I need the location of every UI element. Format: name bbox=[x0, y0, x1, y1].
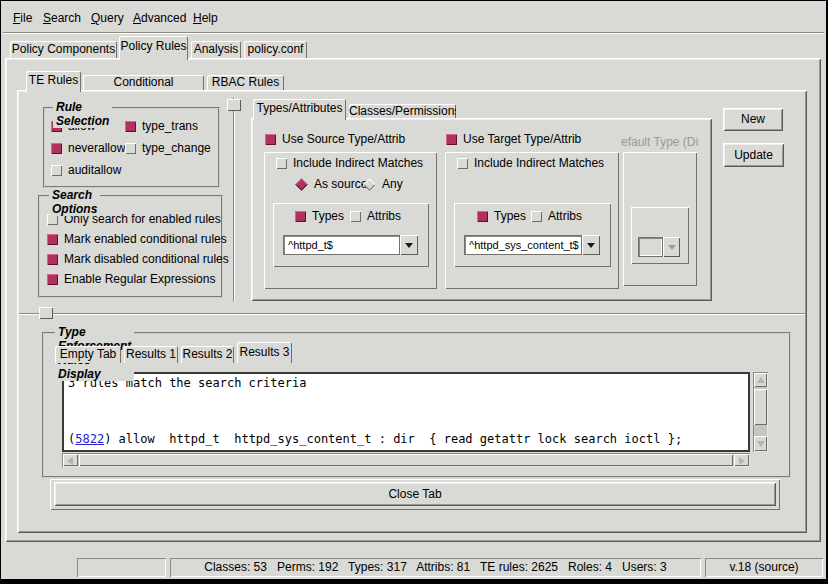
tab-policy-conf[interactable]: policy.conf bbox=[244, 41, 307, 58]
default-type-combobox bbox=[638, 237, 680, 257]
tab-conditional-expressions[interactable]: Conditional Expressions bbox=[83, 75, 204, 90]
source-indirect-label: Include Indirect Matches bbox=[293, 156, 423, 170]
checkbox-source-types[interactable] bbox=[295, 211, 306, 222]
update-button[interactable]: Update bbox=[723, 143, 784, 167]
source-type-combobox[interactable]: ^httpd_t$ bbox=[283, 235, 418, 255]
use-target-label: Use Target Type/Attrib bbox=[463, 132, 581, 146]
status-stats: Classes: 53 Perms: 192 Types: 317 Attrib… bbox=[170, 558, 701, 577]
search-options-title: Search Options bbox=[49, 188, 100, 216]
tab-empty-tab[interactable]: Empty Tab bbox=[55, 346, 121, 363]
checkbox-auditallow[interactable] bbox=[51, 165, 62, 176]
checkbox-type-change-label: type_change bbox=[142, 141, 211, 155]
horizontal-sash[interactable] bbox=[19, 313, 805, 315]
scroll-up-button[interactable] bbox=[754, 373, 767, 387]
close-tab-button[interactable]: Close Tab bbox=[54, 482, 776, 506]
source-types-label: Types bbox=[312, 209, 344, 223]
tab-rbac-rules[interactable]: RBAC Rules bbox=[207, 75, 284, 90]
checkbox-target-types[interactable] bbox=[477, 211, 488, 222]
radio-any-label: Any bbox=[382, 177, 403, 191]
checkbox-target-attribs[interactable] bbox=[531, 211, 542, 222]
app-window: File Search Query Advanced Help Policy C… bbox=[0, 0, 828, 584]
checkbox-neverallow[interactable] bbox=[51, 143, 62, 154]
source-attribs-label: Attribs bbox=[367, 209, 401, 223]
checkbox-type-trans[interactable] bbox=[125, 121, 136, 132]
rule-id-link[interactable]: 5822 bbox=[75, 432, 104, 446]
chevron-down-icon bbox=[587, 243, 595, 248]
target-attribs-label: Attribs bbox=[548, 209, 582, 223]
rule-line: (5822) allow httpd_t httpd_sys_content_t… bbox=[68, 432, 682, 446]
checkbox-mark-enabled-label: Mark enabled conditional rules bbox=[64, 232, 227, 246]
source-combo-dropdown-button[interactable] bbox=[400, 235, 418, 255]
default-type-value bbox=[638, 237, 663, 257]
new-button[interactable]: New bbox=[723, 108, 783, 131]
checkbox-mark-enabled[interactable] bbox=[47, 234, 58, 245]
arrow-left-icon bbox=[67, 457, 73, 465]
vertical-scrollbar-thumb[interactable] bbox=[754, 389, 767, 425]
checkbox-use-source[interactable] bbox=[265, 134, 276, 145]
checkbox-neverallow-label: neverallow bbox=[68, 141, 125, 155]
menu-query[interactable]: Query bbox=[91, 11, 124, 25]
target-type-combobox[interactable]: ^httpd_sys_content_t$ bbox=[464, 235, 600, 255]
horizontal-scrollbar[interactable] bbox=[62, 453, 750, 467]
menubar-separator bbox=[3, 32, 824, 34]
checkbox-target-indirect[interactable] bbox=[457, 158, 468, 169]
use-source-label: Use Source Type/Attrib bbox=[282, 132, 405, 146]
scroll-left-button[interactable] bbox=[63, 454, 78, 466]
checkbox-source-indirect[interactable] bbox=[276, 158, 287, 169]
menu-file[interactable]: File bbox=[13, 11, 32, 25]
checkbox-mark-disabled-label: Mark disabled conditional rules bbox=[64, 252, 229, 266]
arrow-up-icon bbox=[757, 377, 765, 383]
arrow-right-icon bbox=[739, 457, 745, 465]
chevron-down-icon bbox=[405, 243, 413, 248]
horizontal-sash-handle[interactable] bbox=[39, 307, 53, 319]
vertical-sash-handle[interactable] bbox=[227, 99, 241, 111]
scroll-right-button[interactable] bbox=[734, 454, 749, 466]
source-type-value[interactable]: ^httpd_t$ bbox=[283, 235, 400, 255]
checkbox-auditallow-label: auditallow bbox=[68, 163, 121, 177]
scroll-down-button[interactable] bbox=[754, 436, 767, 451]
checkbox-mark-disabled[interactable] bbox=[47, 254, 58, 265]
checkbox-use-target[interactable] bbox=[446, 134, 457, 145]
menu-search[interactable]: Search bbox=[43, 11, 81, 25]
rule-text: ) allow httpd_t httpd_sys_content_t : di… bbox=[104, 432, 682, 446]
menu-advanced[interactable]: Advanced bbox=[133, 11, 186, 25]
rule-selection-title: Rule Selection bbox=[53, 100, 112, 128]
chevron-down-icon bbox=[668, 245, 676, 250]
target-indirect-label: Include Indirect Matches bbox=[474, 156, 604, 170]
default-combo-dropdown-button bbox=[663, 237, 680, 257]
checkbox-type-trans-label: type_trans bbox=[142, 119, 198, 133]
target-types-label: Types bbox=[494, 209, 526, 223]
status-cell-empty bbox=[77, 558, 166, 577]
tab-te-rules[interactable]: TE Rules bbox=[26, 71, 81, 92]
checkbox-type-change[interactable] bbox=[125, 143, 136, 154]
tab-policy-components[interactable]: Policy Components bbox=[10, 41, 117, 58]
checkbox-regex[interactable] bbox=[47, 274, 58, 285]
checkbox-regex-label: Enable Regular Expressions bbox=[64, 272, 215, 286]
vertical-sash[interactable] bbox=[233, 97, 235, 302]
tab-results-3[interactable]: Results 3 bbox=[237, 342, 292, 363]
status-version: v.18 (source) bbox=[705, 558, 823, 577]
tab-types-attributes[interactable]: Types/Attributes * bbox=[253, 99, 346, 120]
default-type-label: efault Type (Disa bbox=[621, 135, 699, 149]
tab-analysis[interactable]: Analysis bbox=[191, 41, 241, 58]
menu-help[interactable]: Help bbox=[193, 11, 218, 25]
results-rules: (5822) allow httpd_t httpd_sys_content_t… bbox=[68, 404, 682, 452]
checkbox-source-attribs[interactable] bbox=[350, 211, 361, 222]
radio-as-source-label: As source bbox=[314, 177, 367, 191]
target-type-value[interactable]: ^httpd_sys_content_t$ bbox=[464, 235, 582, 255]
tab-policy-rules[interactable]: Policy Rules bbox=[119, 36, 188, 60]
tab-results-1[interactable]: Results 1 bbox=[124, 346, 178, 363]
horizontal-scrollbar-thumb[interactable] bbox=[79, 454, 733, 466]
arrow-down-icon bbox=[757, 441, 765, 447]
tab-results-2[interactable]: Results 2 bbox=[181, 346, 234, 363]
results-text-area[interactable]: 3 rules match the search criteria (5822)… bbox=[62, 372, 750, 452]
tab-classes-permissions[interactable]: Classes/Permissions bbox=[349, 104, 456, 118]
vertical-scrollbar[interactable] bbox=[753, 372, 768, 452]
target-combo-dropdown-button[interactable] bbox=[582, 235, 600, 255]
